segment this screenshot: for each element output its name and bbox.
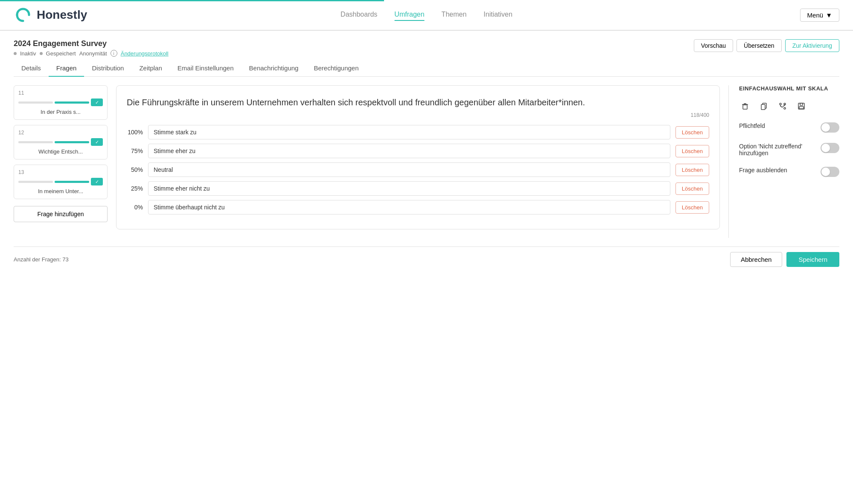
survey-title: 2024 Engagement Survey [14, 39, 169, 48]
answer-input-3[interactable] [148, 181, 670, 196]
answer-row-4: 0% Löschen [127, 200, 709, 214]
page-content: 2024 Engagement Survey Inaktiv Gespeiche… [0, 31, 853, 275]
answer-pct-2: 50% [127, 166, 143, 173]
activate-button[interactable]: Zur Aktivierung [785, 39, 839, 52]
tab-email[interactable]: Email Einstellungen [170, 60, 242, 77]
branch-icon[interactable] [777, 100, 789, 112]
tab-fragen[interactable]: Fragen [49, 60, 84, 77]
tab-benachrichtigung[interactable]: Benachrichtigung [242, 60, 306, 77]
answer-pct-3: 25% [127, 185, 143, 192]
save-button[interactable]: Speichern [786, 252, 839, 267]
card-bar-row-13: ✓ [18, 178, 103, 185]
answer-input-1[interactable] [148, 144, 670, 158]
answer-pct-4: 0% [127, 204, 143, 211]
answer-input-4[interactable] [148, 200, 670, 214]
ausblenden-toggle[interactable] [821, 167, 839, 177]
question-label-13: In meinem Unter... [18, 188, 103, 194]
answer-pct-1: 75% [127, 148, 143, 154]
copy-icon[interactable] [758, 100, 770, 112]
question-editor: Die Führungskräfte in unserem Unternehme… [116, 85, 720, 229]
card-bar-11 [18, 101, 53, 104]
answer-row-0: 100% Löschen [127, 125, 709, 139]
question-text[interactable]: Die Führungskräfte in unserem Unternehme… [127, 96, 709, 109]
question-count: Anzahl der Fragen: 73 [14, 256, 69, 263]
svg-point-6 [784, 107, 786, 109]
nav-dashboards[interactable]: Dashboards [341, 9, 377, 21]
cancel-button[interactable]: Abbrechen [730, 252, 783, 267]
panel-title: EINFACHAUSWAHL MIT SKALA [739, 85, 839, 92]
delete-btn-4[interactable]: Löschen [675, 201, 709, 214]
tab-zeitplan[interactable]: Zeitplan [131, 60, 169, 77]
delete-btn-2[interactable]: Löschen [675, 164, 709, 176]
svg-point-4 [780, 103, 781, 105]
question-num-11: 11 [18, 90, 103, 96]
header-right: Menü ▼ [800, 9, 839, 22]
main-layout: 11 ✓ In der Praxis s... 12 ✓ Wichtige En… [14, 85, 839, 238]
panel-icons [739, 100, 839, 112]
preview-button[interactable]: Vorschau [694, 39, 733, 52]
survey-info: 2024 Engagement Survey Inaktiv Gespeiche… [14, 39, 169, 57]
footer-buttons: Abbrechen Speichern [730, 252, 839, 267]
tab-berechtigungen[interactable]: Berechtigungen [306, 60, 366, 77]
logo-icon [14, 6, 32, 24]
ausblenden-label: Frage ausblenden [739, 167, 817, 174]
delete-icon[interactable] [739, 100, 751, 112]
change-log-link[interactable]: Änderungsprotokoll [121, 50, 169, 57]
add-question-button[interactable]: Frage hinzufügen [14, 206, 108, 222]
panel-option-nicht-zutreffend: Option 'Nicht zutreffend' hinzufügen [739, 143, 839, 156]
survey-meta: Inaktiv Gespeichert Anonymität i Änderun… [14, 50, 169, 57]
question-card-12[interactable]: 12 ✓ Wichtige Entsch... [14, 125, 108, 159]
card-check-12: ✓ [91, 138, 103, 146]
answer-pct-0: 100% [127, 129, 143, 136]
tab-details[interactable]: Details [14, 60, 49, 77]
nav-umfragen[interactable]: Umfragen [394, 9, 424, 21]
card-check-11: ✓ [91, 98, 103, 106]
survey-title-row: 2024 Engagement Survey Inaktiv Gespeiche… [14, 39, 839, 57]
answer-row-2: 50% Löschen [127, 162, 709, 177]
svg-rect-9 [799, 107, 804, 109]
answer-row-1: 75% Löschen [127, 144, 709, 158]
tab-distribution[interactable]: Distribution [84, 60, 131, 77]
answer-input-0[interactable] [148, 125, 670, 139]
char-count: 118/400 [127, 112, 709, 118]
card-bar-row-11: ✓ [18, 98, 103, 106]
answer-input-2[interactable] [148, 162, 670, 177]
main-content: Die Führungskräfte in unserem Unternehme… [116, 85, 720, 238]
menu-button[interactable]: Menü ▼ [800, 9, 839, 22]
page-footer: Anzahl der Fragen: 73 Abbrechen Speicher… [14, 246, 839, 267]
card-bar-filled-12 [55, 141, 89, 143]
svg-rect-8 [800, 103, 803, 105]
question-card-11[interactable]: 11 ✓ In der Praxis s... [14, 85, 108, 120]
nicht-zutreffend-toggle[interactable] [821, 143, 839, 153]
question-label-11: In der Praxis s... [18, 109, 103, 115]
nav-initiativen[interactable]: Initiativen [483, 9, 512, 21]
question-card-13[interactable]: 13 ✓ In meinem Unter... [14, 165, 108, 199]
question-label-12: Wichtige Entsch... [18, 148, 103, 155]
action-buttons: Vorschau Übersetzen Zur Aktivierung [694, 39, 839, 52]
save-icon[interactable] [795, 100, 807, 112]
tabs-row: Details Fragen Distribution Zeitplan Ema… [14, 60, 839, 77]
logo-text: Honestly [37, 8, 87, 22]
nav-themen[interactable]: Themen [442, 9, 467, 21]
delete-btn-3[interactable]: Löschen [675, 182, 709, 195]
card-bar-filled-13 [55, 181, 89, 183]
card-bar-12 [18, 141, 53, 143]
delete-btn-1[interactable]: Löschen [675, 145, 709, 157]
main-nav: Dashboards Umfragen Themen Initiativen [341, 9, 512, 21]
inactive-dot [14, 52, 17, 55]
question-num-12: 12 [18, 130, 103, 136]
card-bar-row-12: ✓ [18, 138, 103, 146]
chevron-down-icon: ▼ [826, 12, 832, 19]
card-check-13: ✓ [91, 178, 103, 185]
translate-button[interactable]: Übersetzen [737, 39, 782, 52]
svg-rect-1 [743, 105, 747, 109]
pflichtfeld-toggle[interactable] [821, 122, 839, 133]
delete-btn-0[interactable]: Löschen [675, 126, 709, 139]
status-inactive: Inaktiv [20, 50, 36, 57]
card-bar-13 [18, 181, 53, 183]
info-icon[interactable]: i [111, 50, 117, 57]
anonymity-label: Anonymität [79, 50, 107, 57]
card-bar-filled-11 [55, 101, 89, 104]
answer-row-3: 25% Löschen [127, 181, 709, 196]
panel-option-pflichtfeld: Pflichtfeld [739, 122, 839, 133]
